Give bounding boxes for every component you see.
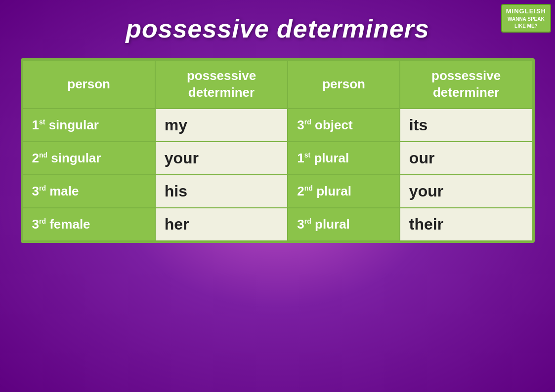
cell-person-left-2: 3rd male — [23, 175, 155, 208]
cell-possessive-right-0: its — [400, 109, 533, 142]
possessive-determiners-table: person possessivedeterminer person posse… — [22, 60, 533, 241]
logo-brand: MINGLEISH — [506, 7, 546, 16]
page-title: possessive determiners — [126, 14, 429, 43]
table-row: 2nd singularyour1st pluralour — [23, 142, 533, 175]
col-header-possessive1: possessivedeterminer — [155, 60, 288, 109]
col-header-possessive2: possessivedeterminer — [400, 60, 533, 109]
cell-possessive-left-1: your — [155, 142, 288, 175]
cell-possessive-right-2: your — [400, 175, 533, 208]
col-header-person2: person — [288, 60, 400, 109]
logo-line1: WANNA SPEAK — [506, 16, 546, 23]
main-table-wrapper: person possessivedeterminer person posse… — [21, 58, 535, 243]
cell-possessive-left-0: my — [155, 109, 288, 142]
cell-possessive-right-1: our — [400, 142, 533, 175]
cell-person-right-1: 1st plural — [288, 142, 400, 175]
col-header-person1: person — [23, 60, 155, 109]
cell-person-left-3: 3rd female — [23, 208, 155, 241]
logo-badge: MINGLEISH WANNA SPEAK LIKE ME? — [501, 4, 551, 33]
cell-person-left-0: 1st singular — [23, 109, 155, 142]
table-header-row: person possessivedeterminer person posse… — [23, 60, 533, 109]
table-row: 3rd femaleher3rd pluraltheir — [23, 208, 533, 241]
logo-line2: LIKE ME? — [506, 23, 546, 30]
cell-possessive-left-3: her — [155, 208, 288, 241]
cell-person-right-3: 3rd plural — [288, 208, 400, 241]
cell-possessive-left-2: his — [155, 175, 288, 208]
table-row: 3rd malehis2nd pluralyour — [23, 175, 533, 208]
table-row: 1st singularmy3rd objectits — [23, 109, 533, 142]
cell-person-right-2: 2nd plural — [288, 175, 400, 208]
cell-possessive-right-3: their — [400, 208, 533, 241]
cell-person-left-1: 2nd singular — [23, 142, 155, 175]
cell-person-right-0: 3rd object — [288, 109, 400, 142]
